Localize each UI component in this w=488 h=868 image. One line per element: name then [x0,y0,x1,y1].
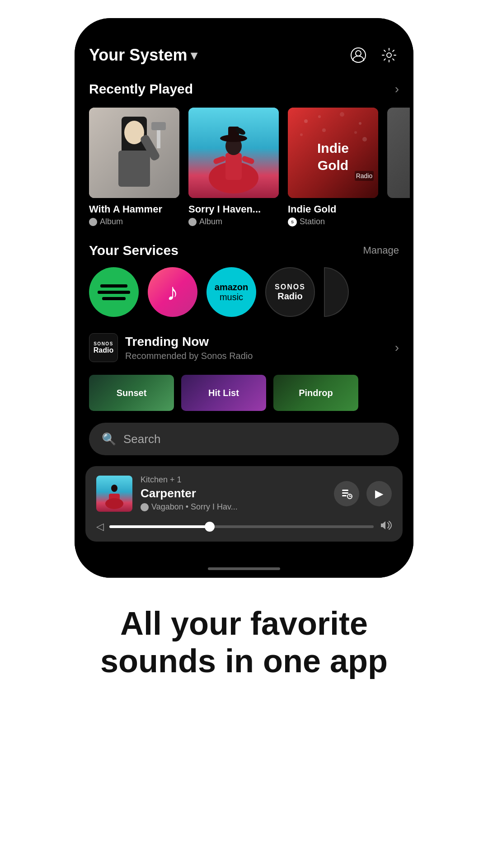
apple-music-icon-sorry [188,218,197,226]
radio-word: Radio [277,291,303,301]
spotify-bar-1 [100,284,127,288]
album-meta-label-hammer: Album [100,217,123,226]
spotify-bar-3 [102,297,126,300]
progress-knob[interactable] [205,522,215,532]
now-playing-bar[interactable]: Kitchen + 1 Carpenter Vagabon • Sorry I … [85,466,403,542]
svg-rect-13 [225,153,242,180]
search-input[interactable]: Search [123,432,160,446]
amazon-music-logo: amazon music [215,282,248,302]
tagline-line1: All your favorite [120,605,368,642]
recently-played-arrow[interactable]: › [395,82,399,96]
album-title-sorry: Sorry I Haven... [188,203,279,215]
volume-high-icon [379,519,392,534]
svg-rect-7 [118,151,150,187]
trending-section: SONOS Radio Trending Now Recommended by … [75,324,413,366]
now-playing-room: Kitchen + 1 [141,475,238,485]
trending-pindrop-label: Pindrop [299,388,333,398]
spotify-bar-2 [98,291,130,294]
album-meta-hammer: Album [89,217,179,226]
search-bar[interactable]: 🔍 Search [89,423,399,455]
tagline-text: All your favorite sounds in one app [100,605,388,680]
progress-track[interactable] [109,525,374,528]
svg-point-26 [322,128,326,132]
trending-sunset[interactable]: Sunset [89,375,174,411]
svg-rect-40 [342,492,348,494]
trending-hitlist[interactable]: Hit List [181,375,266,411]
svg-rect-39 [342,490,348,491]
sonos-badge-text: SONOS [94,341,113,346]
app-title-text: Your System [89,46,187,65]
trending-pindrop[interactable]: Pindrop [273,375,358,411]
list-item[interactable]: With A Hammer Album [89,108,179,226]
svg-text:Indie: Indie [317,141,349,156]
trending-thumbs: Sunset Hit List Pindrop [75,371,413,418]
app-header: Your System ▾ [75,41,413,74]
settings-button[interactable] [379,45,399,65]
list-item[interactable]: Sorry I Haven... Album [188,108,279,226]
now-playing-controls: ▶ [334,481,392,506]
trending-row: SONOS Radio Trending Now Recommended by … [89,324,399,366]
queue-button[interactable] [334,481,359,506]
home-bar [208,567,280,570]
trending-subtitle: Recommended by Sonos Radio [125,351,253,361]
album-meta-sorry: Album [188,217,279,226]
now-playing-song: Carpenter [141,486,238,500]
now-playing-artist: Vagabon • Sorry I Hav... [141,502,238,512]
header-icons [348,45,399,65]
apple-music-service-button[interactable]: ♪ [148,267,197,317]
svg-point-38 [105,498,123,509]
volume-low-icon: ◁ [96,521,104,533]
album-meta-indie: S Station [288,217,378,226]
play-button[interactable]: ▶ [366,481,392,506]
trending-left: SONOS Radio Trending Now Recommended by … [89,333,253,362]
recently-played-title: Recently Played [89,81,193,97]
phone-shell: Your System ▾ Recently P [75,18,413,578]
svg-rect-9 [151,122,166,130]
svg-point-27 [354,131,357,134]
album-art-sorry [188,108,279,198]
now-playing-artist-name: Vagabon • Sorry I Hav... [151,502,238,512]
recently-played-header: Recently Played › [89,74,399,104]
apple-music-icon [89,218,97,226]
trending-arrow[interactable]: › [395,340,399,355]
album-title-indie: Indie Gold [288,203,378,215]
play-icon: ▶ [375,487,383,500]
app-content: Recently Played › [75,74,413,560]
trending-info: Trending Now Recommended by Sonos Radio [125,335,253,361]
sonos-radio-logo: SONOS Radio [275,283,305,302]
svg-text:Gold: Gold [318,158,348,173]
sonos-word: SONOS [275,283,305,291]
album-meta-label-indie: Station [300,217,325,226]
sonos-radio-service-button[interactable]: SONOS Radio [265,267,315,317]
apple-music-icon-np [141,503,149,511]
home-indicator [75,560,413,578]
trending-hitlist-label: Hit List [208,388,239,398]
now-playing-left: Kitchen + 1 Carpenter Vagabon • Sorry I … [96,475,238,512]
list-item[interactable]: Indie Gold Radio SONOS Indie Gold S Stat… [288,108,378,226]
album-art-hammer [89,108,179,198]
status-bar [75,18,413,41]
recently-played-scroll: With A Hammer Album [75,108,413,236]
spotify-icon [98,284,130,300]
amazon-music-service-button[interactable]: amazon music [206,267,256,317]
now-playing-art [96,476,132,512]
volume-progress-bar: ◁ [96,519,392,534]
manage-button[interactable]: Manage [363,245,399,256]
sonos-radio-icon-sm: S [288,217,297,226]
tagline-line2: sounds in one app [100,643,388,679]
album-title-hammer: With A Hammer [89,203,179,215]
header-title[interactable]: Your System ▾ [89,46,197,65]
svg-point-23 [340,112,344,117]
recently-played-section: Recently Played › [75,74,413,104]
svg-text:Radio: Radio [356,172,373,179]
chevron-down-icon: ▾ [191,48,197,63]
trending-title: Trending Now [125,335,253,349]
sonos-radio-badge: SONOS Radio [89,333,118,362]
profile-button[interactable] [348,45,368,65]
progress-fill [109,525,210,528]
svg-rect-10 [157,130,160,148]
service-partial [324,267,349,317]
svg-point-22 [318,115,321,118]
sonos-badge-radio: Radio [94,346,113,354]
spotify-service-button[interactable] [89,267,139,317]
